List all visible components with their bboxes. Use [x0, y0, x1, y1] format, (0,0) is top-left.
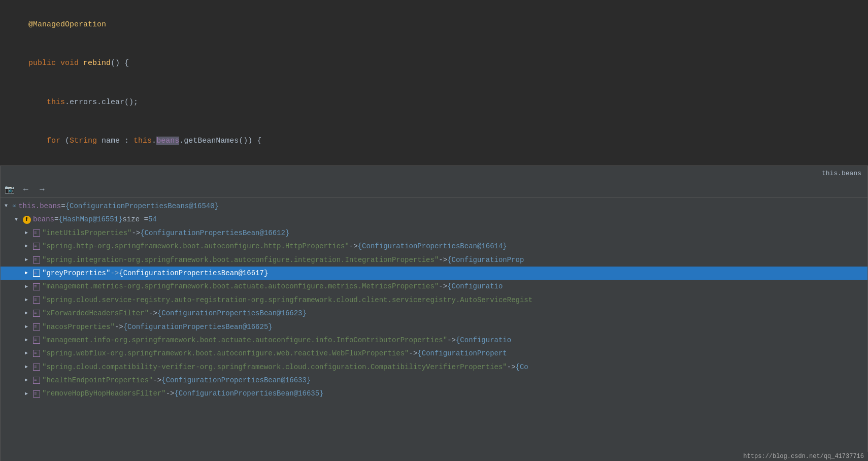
entry-key-3: "greyProperties"	[42, 268, 110, 279]
var-this-beans: this.beans	[18, 201, 61, 212]
status-bar: https://blog.csdn.net/qq_41737716	[739, 452, 868, 461]
entry-key-6: "xForwardedHeadersFilter"	[42, 308, 149, 319]
entry-key-1: "spring.http-org.springframework.boot.au…	[42, 241, 349, 252]
entry-val-8: {Configuratio	[456, 335, 511, 346]
entry-key-10: "spring.cloud.compatibility-verifier-org…	[42, 361, 507, 373]
entry-icon-5	[33, 297, 40, 304]
expand-entry-11[interactable]	[25, 376, 31, 384]
expand-beans[interactable]	[15, 216, 21, 224]
entry-icon-4	[33, 283, 40, 290]
tree-row-entry-1[interactable]: "spring.http-org.springframework.boot.au…	[1, 240, 867, 253]
entry-key-11: "healthEndpointProperties"	[42, 375, 153, 386]
entry-key-9: "spring.webflux-org.springframework.boot…	[42, 348, 409, 359]
var-beans: beans	[33, 214, 54, 225]
entry-val-11: {ConfigurationPropertiesBean@16633}	[161, 375, 311, 386]
expand-entry-1[interactable]	[25, 242, 31, 250]
expand-entry-2[interactable]	[25, 256, 31, 264]
tooltip-bar: this.beans	[0, 166, 868, 181]
expand-entry-10[interactable]	[25, 363, 31, 371]
expand-entry-12[interactable]	[25, 390, 31, 398]
tree-row-entry-3[interactable]: "greyProperties" -> {ConfigurationProper…	[1, 267, 867, 280]
tree-row-entry-5[interactable]: "spring.cloud.service-registry.auto-regi…	[1, 293, 867, 307]
keyword-this-2: this	[133, 137, 152, 145]
keyword-public: public void	[28, 59, 83, 68]
tree-row-entry-9[interactable]: "spring.webflux-org.springframework.boot…	[1, 347, 867, 360]
entry-icon-2	[33, 256, 40, 264]
entry-key-4: "management.metrics-org.springframework.…	[42, 281, 439, 292]
entry-key-2: "spring.integration-org.springframework.…	[42, 254, 439, 266]
tree-row-entry-11[interactable]: "healthEndpointProperties" -> {Configura…	[1, 374, 867, 387]
tree-row-entry-6[interactable]: "xForwardedHeadersFilter" -> {Configurat…	[1, 307, 867, 320]
entry-icon-11	[33, 377, 40, 384]
expand-entry-9[interactable]	[25, 349, 31, 357]
field-icon: f	[23, 216, 31, 224]
tree-row-entry-7[interactable]: "nacosProperties" -> {ConfigurationPrope…	[1, 320, 867, 334]
forward-button[interactable]: →	[35, 184, 49, 194]
entry-icon-1	[33, 243, 40, 250]
beans-size: 54	[148, 214, 157, 225]
entry-icon-8	[33, 337, 40, 344]
back-button[interactable]: ←	[19, 184, 33, 194]
entry-val-3: {ConfigurationPropertiesBean@16617}	[119, 268, 268, 279]
entry-val-0: {ConfigurationPropertiesBean@16612}	[140, 227, 289, 239]
entry-val-9: {ConfigurationPropert	[417, 348, 507, 359]
tree-row-entry-10[interactable]: "spring.cloud.compatibility-verifier-org…	[1, 360, 867, 374]
code-editor: @ManagedOperation public void rebind() {…	[0, 0, 868, 166]
entry-icon-0	[33, 229, 40, 237]
beans-type: {HashMap@16551}	[58, 214, 122, 225]
entry-val-4: {Configuratio	[447, 281, 503, 292]
entry-val-1: {ConfigurationPropertiesBean@16614}	[358, 241, 507, 252]
expand-entry-6[interactable]	[25, 309, 31, 317]
expand-entry-5[interactable]	[25, 296, 31, 304]
entry-key-8: "management.info-org.springframework.boo…	[42, 335, 447, 346]
entry-icon-12	[33, 390, 40, 398]
tree-row-entry-2[interactable]: "spring.integration-org.springframework.…	[1, 253, 867, 267]
entry-key-12: "removeHopByHopHeadersFilter"	[42, 388, 166, 399]
code-brace: () {	[111, 59, 129, 68]
tree-view: ∞ this.beans = {ConfigurationPropertiesB…	[1, 197, 867, 403]
tree-row-beans-field[interactable]: f beans = {HashMap@16551} size = 54	[1, 213, 867, 226]
entry-icon-6	[33, 310, 40, 317]
entry-key-5: "spring.cloud.service-registry.auto-regi…	[42, 294, 532, 306]
annotation: @ManagedOperation	[28, 20, 106, 29]
expand-root[interactable]	[5, 202, 11, 210]
entry-icon-7	[33, 323, 40, 331]
code-line-1: @ManagedOperation	[10, 5, 858, 44]
entry-val-12: {ConfigurationPropertiesBean@16635}	[174, 388, 323, 399]
code-line-4: for (String name : this.beans.getBeanNam…	[10, 122, 858, 161]
code-line-2: public void rebind() {	[10, 44, 858, 83]
tree-row-root[interactable]: ∞ this.beans = {ConfigurationPropertiesB…	[1, 200, 867, 213]
entry-key-0: "inetUtilsProperties"	[42, 227, 131, 239]
beans-highlight: beans	[156, 137, 179, 145]
root-type: {ConfigurationPropertiesBeans@16540}	[65, 201, 219, 212]
expand-entry-7[interactable]	[25, 323, 31, 331]
code-line-3: this.errors.clear();	[10, 83, 858, 122]
entry-icon-9	[33, 350, 40, 357]
debug-toolbar: 📷 ← →	[1, 181, 867, 197]
method-rebind: rebind	[83, 59, 111, 68]
expand-entry-4[interactable]	[25, 283, 31, 291]
expand-entry-0[interactable]	[25, 229, 31, 237]
entry-icon-10	[33, 364, 40, 371]
entry-icon-3	[33, 270, 40, 277]
keyword-this: this	[47, 98, 65, 107]
entry-key-7: "nacosProperties"	[42, 321, 115, 333]
keyword-for: for	[47, 137, 60, 145]
entry-val-6: {ConfigurationPropertiesBean@16623}	[157, 308, 307, 319]
tree-row-entry-8[interactable]: "management.info-org.springframework.boo…	[1, 334, 867, 347]
tree-row-entry-12[interactable]: "removeHopByHopHeadersFilter" -> {Config…	[1, 387, 867, 400]
entry-val-2: {ConfigurationProp	[447, 254, 524, 266]
infinity-icon: ∞	[13, 202, 16, 211]
tooltip-title: this.beans	[822, 170, 861, 177]
debug-panel: 📷 ← → ∞ this.beans = {ConfigurationPrope…	[0, 181, 868, 461]
code-errors: .errors.clear();	[65, 98, 138, 107]
entry-val-10: {Co	[516, 361, 528, 373]
camera-icon: 📷	[5, 184, 15, 194]
status-url: https://blog.csdn.net/qq_41737716	[743, 453, 864, 460]
keyword-string: String	[70, 137, 97, 145]
expand-entry-3[interactable]	[25, 269, 31, 277]
tree-row-entry-4[interactable]: "management.metrics-org.springframework.…	[1, 280, 867, 293]
entry-val-7: {ConfigurationPropertiesBean@16625}	[123, 321, 273, 333]
expand-entry-8[interactable]	[25, 336, 31, 344]
tree-row-entry-0[interactable]: "inetUtilsProperties" -> {ConfigurationP…	[1, 226, 867, 240]
